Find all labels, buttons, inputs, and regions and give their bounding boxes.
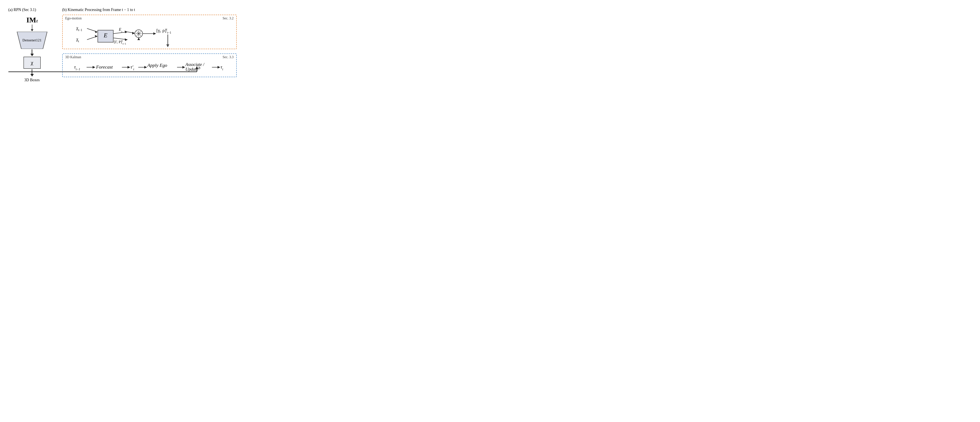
im-text: IM [27, 16, 36, 24]
panel-b-title: (b) Kinematic Processing from Frame t − … [62, 8, 237, 12]
ego-diagram: χt−1 χt E Ec [Γ, P]tt−1 [67, 19, 232, 47]
kalman-label: 3D Kalman [65, 55, 81, 59]
ego-motion-box: Ego-motion Sec. 3.2 χt−1 χt E Ec [62, 15, 237, 49]
arrow-Ec-to-otimes [132, 32, 135, 35]
Ec-label: Ec [119, 27, 123, 33]
boxes-label: 3D Boxes [24, 78, 40, 82]
ego-sec-ref: Sec. 3.2 [223, 16, 234, 20]
kalman-sec-ref: Sec. 3.3 [223, 55, 234, 59]
arrow-otimes-to-gammarho [153, 32, 156, 35]
chi-label: χ [31, 59, 33, 66]
densenet-label: Densenet121 [22, 38, 41, 43]
gamma-rho-label: [γ, ρ]tt−1 [156, 27, 171, 34]
gamma-P-label: [Γ, P]tt−1 [114, 39, 126, 45]
panel-b: (b) Kinematic Processing from Frame t − … [56, 5, 237, 77]
im-label: IM t [27, 16, 38, 24]
arrow-gammarho-down [166, 45, 169, 47]
ego-motion-label: Ego-motion [65, 16, 82, 20]
im-label-group: IM t [27, 16, 38, 24]
chi-t-text: χt [76, 37, 79, 43]
E-label: E [103, 32, 107, 38]
im-subscript: t [37, 19, 38, 24]
arrow-E-to-gamma-P [125, 38, 127, 41]
bottom-line-area: b [6, 65, 187, 77]
arrow-im-to-densenet [31, 25, 33, 31]
diagram-container: (a) RPN (Sec 3.1) IM t Densenet121 [4, 3, 241, 102]
tau-t-label: τt [221, 64, 223, 71]
arrow-densenet-to-chi [30, 49, 34, 56]
bottom-arrow-up [196, 66, 198, 69]
arrow-gammaP-to-otimes [137, 38, 140, 40]
panel-a-title: (a) RPN (Sec 3.1) [8, 8, 36, 12]
bottom-line-svg: b [6, 65, 213, 77]
chi-t-minus-1-text: χt−1 [76, 25, 82, 32]
arrow-E-to-Ec [125, 30, 127, 33]
arrow-associate-to-taut [218, 66, 220, 68]
arrow-chi-t1-to-E [95, 30, 97, 33]
densenet-block: Densenet121 [15, 32, 49, 49]
b-label: b [198, 66, 200, 70]
